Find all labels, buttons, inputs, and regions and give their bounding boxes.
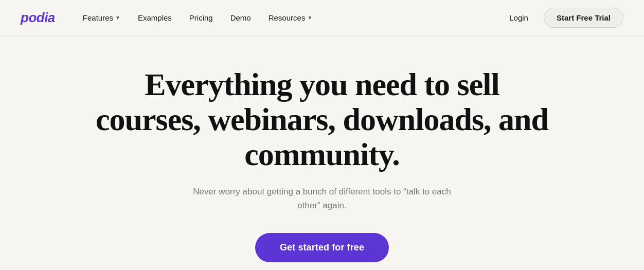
nav-item-demo[interactable]: Demo [223,9,258,26]
chevron-down-icon: ▼ [307,15,312,21]
nav-item-features[interactable]: Features ▼ [76,9,128,26]
navbar: podia Features ▼ Examples Pricing Demo R… [0,0,644,36]
hero-subheadline: Never worry about getting a bunch of dif… [188,185,456,212]
nav-links: Features ▼ Examples Pricing Demo Resourc… [76,9,502,26]
brand-logo[interactable]: podia [21,10,55,26]
nav-right: Login Start Free Trial [502,8,623,28]
nav-item-pricing[interactable]: Pricing [182,9,220,26]
hero-section: Everything you need to sell courses, web… [0,36,644,270]
get-started-button[interactable]: Get started for free [255,233,389,262]
chevron-down-icon: ▼ [115,15,120,21]
nav-item-examples[interactable]: Examples [131,9,179,26]
nav-item-resources[interactable]: Resources ▼ [261,9,320,26]
start-free-trial-button[interactable]: Start Free Trial [544,8,623,28]
login-link[interactable]: Login [502,9,535,26]
hero-headline: Everything you need to sell courses, web… [91,67,553,172]
